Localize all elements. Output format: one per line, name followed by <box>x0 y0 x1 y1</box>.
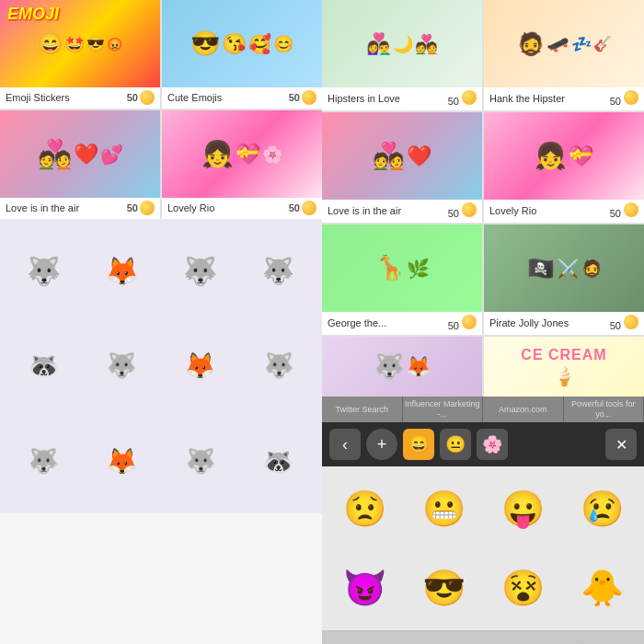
wolf-sticker-9[interactable]: 🐺 <box>6 415 81 508</box>
browser-tab-amazon[interactable]: Amazon.com <box>483 397 564 422</box>
emoji-chick[interactable]: 🐥 <box>565 551 638 625</box>
wolf-sticker-11[interactable]: 🐺 <box>163 415 238 508</box>
sticker-label: Pirate Jolly Jones 50 <box>484 312 644 335</box>
sticker-label: George the... 50 <box>322 312 482 335</box>
sticker-thumb: 🧔 🛹 💤 🎸 <box>484 0 644 87</box>
pack-name: Pirate Jolly Jones <box>489 317 569 328</box>
browser-tab-powerful[interactable]: Powerful tools for yo... <box>564 397 645 422</box>
keyboard-close-button[interactable]: ✕ <box>605 429 637 460</box>
coin-icon <box>462 90 477 105</box>
wolf-sticker-2[interactable]: 🦊 <box>84 224 159 317</box>
pack-price: 50 <box>610 90 638 107</box>
pack-price: 50 <box>289 90 316 105</box>
pack-name: Hank the Hipster <box>489 93 565 104</box>
coin-icon <box>302 90 316 105</box>
pack-price: 50 <box>448 90 477 107</box>
sticker-item-love-is[interactable]: 💑 ❤️ 💕 Love is in the air 50 <box>0 110 160 219</box>
sticker-item-cute-emojis[interactable]: 😎 😘 🥰 😊 Cute Emojis 50 <box>162 0 322 109</box>
pack-name: Love is in the air <box>328 205 401 216</box>
pack-name: George the... <box>328 317 386 328</box>
coin-icon <box>624 315 638 329</box>
browser-tab-twitter[interactable]: Twitter Search <box>322 397 403 422</box>
pack-name: Lovely Rio <box>489 205 536 216</box>
browser-tab-influencer[interactable]: Influencer Marketing -... <box>403 397 484 422</box>
keyboard-back-button[interactable]: ‹ <box>329 429 361 460</box>
pack-price: 50 <box>448 315 477 331</box>
sticker-label: Lovely Rio 50 <box>484 200 644 223</box>
sticker-item-hipsters[interactable]: 👩‍❤️‍👨 🌙 💑 Hipsters in Love 50 <box>322 0 482 110</box>
sticker-item-lovely-rio[interactable]: 👧 💝 🌸 Lovely Rio 50 <box>162 110 322 219</box>
coin-icon <box>462 202 477 217</box>
sticker-thumb: 👧 💝 🌸 <box>162 110 322 198</box>
pack-price: 50 <box>448 202 477 219</box>
pack-name: Emoji Stickers <box>6 92 70 103</box>
browser-overlay: Twitter Search Influencer Marketing -...… <box>322 397 644 422</box>
pack-name: Hipsters in Love <box>328 93 400 104</box>
emoji-tongue[interactable]: 😛 <box>486 472 559 546</box>
pack-name: Cute Emojis <box>167 92 222 103</box>
sticker-item-cream[interactable]: CE CREAM 🍦 <box>484 337 644 397</box>
emoji-sunglasses[interactable]: 😎 <box>407 551 480 625</box>
emoji-dizzy[interactable]: 😵 <box>486 551 559 625</box>
coin-icon <box>302 201 316 215</box>
sticker-thumb: 🦒 🌿 <box>322 224 482 312</box>
wolf-sticker-8[interactable]: 🐺 <box>241 320 316 413</box>
emoji-grimace[interactable]: 😬 <box>407 472 480 546</box>
sticker-label: Love is in the air 50 <box>322 200 482 223</box>
wolf-sticker-7[interactable]: 🦊 <box>163 320 238 413</box>
main-container: 😄 🤩 😎 😡 EMOJI Emoji Stickers 50 <box>0 0 644 644</box>
wolf-sticker-5[interactable]: 🦝 <box>6 320 81 413</box>
top-sticker-grid: 😄 🤩 😎 😡 EMOJI Emoji Stickers 50 <box>0 0 322 219</box>
emoji-devil[interactable]: 😈 <box>328 551 401 625</box>
wolf-sticker-12[interactable]: 🦝 <box>241 415 316 508</box>
wolf-sticker-4[interactable]: 🐺 <box>241 224 316 317</box>
wolf-sticker-3[interactable]: 🐺 <box>163 224 238 317</box>
pack-price: 50 <box>127 201 155 215</box>
sticker-item-hank[interactable]: 🧔 🛹 💤 🎸 Hank the Hipster 50 <box>484 0 644 110</box>
coin-icon <box>624 202 638 217</box>
browser-tabs-bar: Twitter Search Influencer Marketing -...… <box>322 397 644 422</box>
sticker-thumb: 👧 💝 <box>484 112 644 200</box>
keyboard-flower-button[interactable]: 🌸 <box>477 429 508 460</box>
sticker-item-emoji-stickers[interactable]: 😄 🤩 😎 😡 EMOJI Emoji Stickers 50 <box>0 0 160 109</box>
pack-name: Lovely Rio <box>167 202 214 213</box>
sticker-item-wolf-r[interactable]: 🐺 🦊 <box>322 337 482 397</box>
pack-price: 50 <box>289 201 316 215</box>
sticker-thumb: 💑 ❤️ 💕 <box>0 110 160 198</box>
emoji-angry-worried[interactable]: 😟 <box>328 472 401 546</box>
sticker-thumb: 😄 🤩 😎 😡 EMOJI <box>0 0 160 87</box>
pack-price: 50 <box>610 315 638 331</box>
coin-icon <box>140 201 155 215</box>
wolf-sticker-1[interactable]: 🐺 <box>6 224 81 317</box>
wolf-sticker-10[interactable]: 🦊 <box>84 415 159 508</box>
emoji-blue-crying[interactable]: 😢 <box>565 472 638 546</box>
sticker-label: Cute Emojis 50 <box>162 87 322 109</box>
coin-icon <box>462 315 477 329</box>
pack-price: 50 <box>127 90 155 105</box>
sticker-thumb: 🏴‍☠️ ⚔️ 🧔 <box>484 224 644 312</box>
left-panel: 😄 🤩 😎 😡 EMOJI Emoji Stickers 50 <box>0 0 322 644</box>
sticker-thumb: 😎 😘 🥰 😊 <box>162 0 322 87</box>
right-panel: 👩‍❤️‍👨 🌙 💑 Hipsters in Love 50 <box>322 0 644 644</box>
keyboard-toolbar: ‹ + 😄 😐 🌸 ✕ <box>322 422 644 466</box>
sticker-item-pirate[interactable]: 🏴‍☠️ ⚔️ 🧔 Pirate Jolly Jones 50 <box>484 224 644 335</box>
sticker-thumb: 👩‍❤️‍👨 🌙 💑 <box>322 0 482 87</box>
keyboard-bottom-bar: ABC ☺ 📋 <box>322 630 644 644</box>
right-sticker-grid: 👩‍❤️‍👨 🌙 💑 Hipsters in Love 50 <box>322 0 644 397</box>
keyboard-area: ‹ + 😄 😐 🌸 ✕ <box>322 422 644 644</box>
sticker-label: Love is in the air 50 <box>0 198 160 219</box>
sticker-item-love-right[interactable]: 💑 ❤️ Love is in the air 50 <box>322 112 482 223</box>
sticker-thumb: 🐺 🦊 <box>322 337 482 397</box>
coin-icon <box>140 90 155 105</box>
keyboard-emoji-active-button[interactable]: 😄 <box>403 429 434 460</box>
emoji-panel: 😟 😬 😛 😢 😈 😎 😵 <box>322 466 644 630</box>
wolf-sticker-6[interactable]: 🐺 <box>84 320 159 413</box>
keyboard-emoji2-button[interactable]: 😐 <box>440 429 471 460</box>
sticker-thumb: CE CREAM 🍦 <box>484 337 644 397</box>
keyboard-add-button[interactable]: + <box>366 429 397 460</box>
pack-name: Love is in the air <box>6 202 79 213</box>
sticker-item-rio-right[interactable]: 👧 💝 Lovely Rio 50 <box>484 112 644 223</box>
wolf-sticker-panel: 🐺 🦊 🐺 🐺 🦝 🐺 🦊 🐺 🐺 🦊 🐺 🦝 <box>0 219 322 513</box>
sticker-item-george[interactable]: 🦒 🌿 George the... 50 <box>322 224 482 335</box>
pack-price: 50 <box>610 202 638 219</box>
